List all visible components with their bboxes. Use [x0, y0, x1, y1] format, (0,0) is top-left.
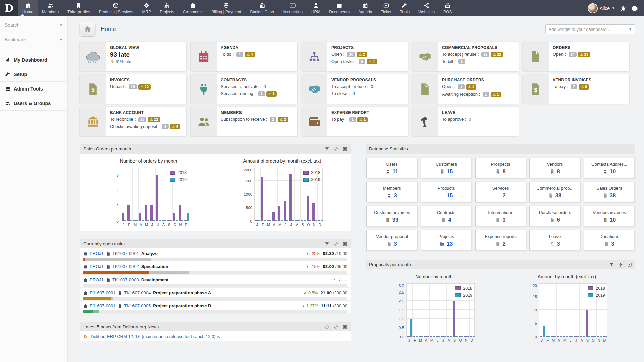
widget-invoices[interactable]: INVOICESUnpaid : 13⚠ 12 [80, 74, 186, 104]
move-icon[interactable] [334, 147, 338, 152]
widget-projects[interactable]: PROJECTSOpen : 10⚠ 2Open tasks : 9⚠ 1 [301, 42, 408, 71]
stat-box-sales-orders[interactable]: Sales Orders38 [584, 182, 635, 202]
filter-icon[interactable] [325, 147, 329, 152]
widget-bank-account[interactable]: BANK ACCOUNTTo reconcile : 23⚠ 12Checks … [80, 107, 186, 136]
widget-expense-report[interactable]: EXPENSE REPORTTo pay : 1⚠ 1 [301, 107, 408, 136]
widget-orders[interactable]: ORDERSOpen : 24⚠ 23 [523, 42, 629, 71]
stat-box-expense-reports[interactable]: Expense reports2 [475, 230, 526, 251]
bug-icon[interactable] [620, 5, 627, 12]
nav-item-billing-payment[interactable]: Billing | Payment [207, 0, 246, 16]
print-icon[interactable] [631, 5, 638, 12]
task-ref-link[interactable]: TK1607-0004 [124, 290, 151, 295]
warning-badge[interactable]: ⚠ 6 [579, 84, 589, 90]
project-link[interactable]: PJ1607-0001 [90, 290, 115, 295]
stat-box-products[interactable]: Products15 [421, 182, 472, 202]
project-link[interactable]: PROJ1 [90, 264, 104, 269]
warning-badge[interactable]: ⚠ 1 [266, 91, 277, 97]
count-badge[interactable]: 23 [138, 117, 146, 122]
project-link[interactable]: PJ1607-0001 [90, 303, 115, 308]
count-badge[interactable]: 7 [571, 84, 577, 89]
project-link[interactable]: PROJ1 [90, 251, 104, 256]
count-badge[interactable]: 10 [347, 52, 355, 57]
move-icon[interactable] [334, 242, 338, 246]
task-ref-link[interactable]: TK1007-0002 [112, 264, 139, 269]
widget-agenda[interactable]: AGENDATo do : 4⚠ 4 [191, 42, 297, 71]
nav-item-projects[interactable]: Projects [155, 0, 178, 16]
bookmarks-input[interactable]: Bookmarks ▼ [5, 37, 63, 45]
widget-vendor-proposals[interactable]: VENDOR PROPOSALSTo accept | refuse : 0To… [301, 74, 408, 104]
sidebar-item-admin-tools[interactable]: Admin Tools [0, 82, 67, 96]
nav-item-websites[interactable]: Websites [414, 0, 439, 16]
widget-leave[interactable]: LEAVETo approve : 0 [412, 107, 519, 136]
count-badge[interactable]: 5 [162, 124, 169, 129]
refresh-icon[interactable] [325, 325, 329, 329]
task-row[interactable]: PROJ1TK1007-0001Analyze▼-25%02:30/10:00 [80, 248, 351, 261]
widget-global-view[interactable]: GLOBAL VIEW93 late75.61% late [80, 42, 186, 71]
filter-icon[interactable] [325, 242, 329, 246]
task-ref-link[interactable]: TK1607-0005 [124, 303, 151, 308]
task-row[interactable]: PROJ1TK1007-0002Specification▼-15%02:00/… [80, 261, 351, 275]
stat-box-leave[interactable]: Leave3 [529, 230, 580, 251]
warning-badge[interactable]: ⚠ 5 [170, 124, 180, 129]
nav-item-third-parties[interactable]: Third-parties [63, 0, 94, 16]
nav-item-commerce[interactable]: Commerce [179, 0, 207, 16]
stat-box-customers[interactable]: Customers15 [421, 158, 472, 178]
nav-item-pos[interactable]: POS [439, 0, 456, 16]
warning-badge[interactable]: ⚠ 23 [578, 52, 590, 57]
nav-item-documents[interactable]: Documents [325, 0, 354, 16]
move-icon[interactable] [618, 262, 623, 267]
sidebar-item-setup[interactable]: Setup [0, 67, 67, 82]
news-link[interactable]: Dolibarr ERP CRM 12.0.6 (maintenance rel… [91, 334, 220, 339]
widget-purchase-orders[interactable]: PURCHASE ORDERSOpen : 1⚠ 1Awaiting recep… [412, 74, 519, 104]
filter-icon[interactable] [609, 262, 614, 267]
warning-badge[interactable]: ⚠ 12 [148, 117, 160, 122]
task-row[interactable]: PROJ1TK1007-0003Development--:--/--:-- [80, 275, 351, 288]
stat-box-vendor-proposal[interactable]: Vendor proposal3 [366, 230, 417, 251]
nav-item-tools[interactable]: Tools [396, 0, 414, 16]
count-badge[interactable]: 6 [458, 59, 465, 64]
widget-contracts[interactable]: CONTRACTSServices to activate : 0Service… [191, 74, 297, 104]
count-badge[interactable]: 22 [481, 52, 489, 57]
warning-badge[interactable]: ⚠ 2 [278, 117, 288, 122]
user-menu[interactable]: Alice ▼ [588, 3, 615, 13]
task-row[interactable]: PJ1607-0001TK1607-0005Project preparatio… [80, 301, 351, 314]
sidebar-item-my-dashboard[interactable]: My Dashboard [0, 53, 67, 67]
stat-box-projects[interactable]: Projects13 [421, 230, 472, 251]
stat-box-contacts-addres-[interactable]: Contacts/Addres...10 [584, 158, 635, 178]
count-badge[interactable]: 1 [458, 84, 465, 89]
warning-badge[interactable]: ⚠ 1 [357, 117, 368, 122]
nav-item-banks-cash[interactable]: Banks | Cash [246, 0, 278, 16]
stat-box-commercial-prop-[interactable]: Commercial prop...38 [529, 182, 580, 202]
task-ref-link[interactable]: TK1007-0001 [112, 251, 139, 256]
warning-badge[interactable]: ⚠ 1 [466, 84, 476, 90]
stat-box-prospects[interactable]: Prospects8 [475, 158, 526, 178]
stat-box-interventions[interactable]: Interventions3 [475, 206, 526, 227]
count-badge[interactable]: 1 [349, 117, 356, 122]
count-badge[interactable]: 1 [258, 91, 265, 96]
widget-commercial-proposals[interactable]: COMMERCIAL PROPOSALSTo accept | refuse :… [412, 42, 519, 71]
task-row[interactable]: PJ1607-0001TK1607-0004Project preparatio… [80, 288, 351, 301]
task-ref-link[interactable]: TK1007-0003 [112, 277, 139, 282]
close-icon[interactable] [343, 325, 347, 329]
warning-badge[interactable]: ⚠ 22 [491, 52, 503, 57]
stat-box-vendors-invoices[interactable]: Vendors invoices10 [584, 206, 635, 227]
search-input[interactable]: Search ▼ [5, 22, 63, 31]
count-badge[interactable]: 2 [270, 117, 276, 122]
count-badge[interactable]: 13 [129, 84, 137, 89]
nav-item-products-services[interactable]: Products | Services [94, 0, 138, 16]
nav-item-members[interactable]: Members [38, 0, 63, 16]
stat-box-contracts[interactable]: Contracts4 [421, 206, 472, 227]
sidebar-item-users-groups[interactable]: Users & Groups [0, 96, 67, 111]
stat-box-vendors[interactable]: Vendors8 [529, 158, 580, 178]
close-icon[interactable] [627, 262, 632, 267]
warning-badge[interactable]: ⚠ 4 [245, 52, 255, 57]
nav-item-ticket[interactable]: Ticket [376, 0, 396, 16]
widget-vendor-invoices[interactable]: VENDOR INVOICESTo pay : 7⚠ 6 [523, 74, 629, 104]
stat-box-customer-invoices[interactable]: Customer invoices39 [366, 206, 417, 227]
widget-members[interactable]: MEMBERSSubscription to receive : 2⚠ 2 [191, 107, 297, 136]
news-item[interactable]: Dolibarr ERP CRM 12.0.6 (maintenance rel… [80, 331, 351, 341]
count-badge[interactable]: 1 [483, 92, 489, 97]
warning-badge[interactable]: ⚠ 1 [367, 59, 377, 64]
count-badge[interactable]: 9 [359, 59, 365, 64]
close-icon[interactable] [343, 242, 347, 246]
